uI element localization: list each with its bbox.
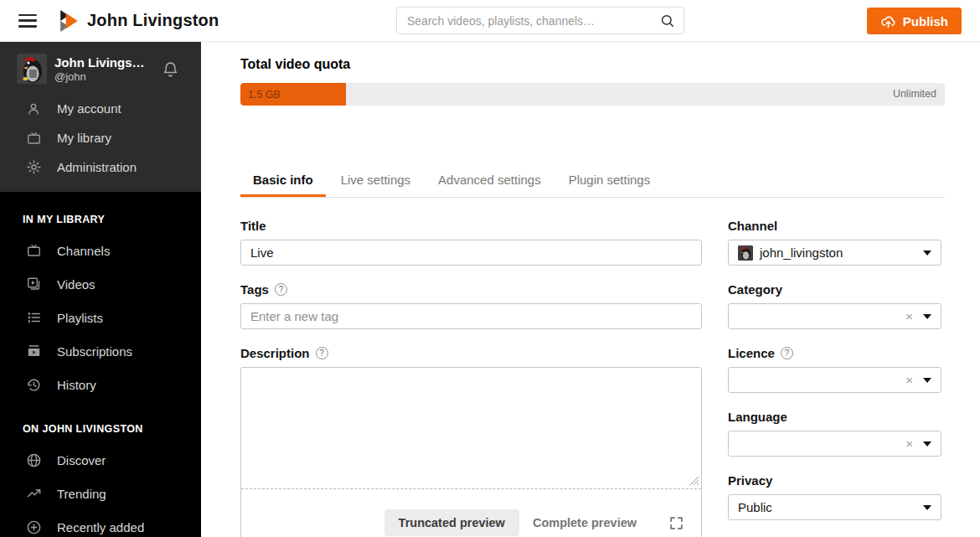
chevron-down-icon (923, 250, 931, 256)
top-bar: John Livingston Publish (0, 0, 980, 42)
quota-progress-bar: 1.5 GB Unlimited (240, 83, 945, 106)
title-input[interactable] (240, 240, 702, 266)
complete-preview-button[interactable]: Complete preview (531, 509, 638, 536)
main-content: Total video quota 1.5 GB Unlimited Basic… (201, 42, 980, 537)
sidebar: John Livings… @john My account (0, 42, 201, 537)
sidebar-item-discover[interactable]: Discover (0, 443, 201, 477)
privacy-select[interactable]: Public (728, 494, 941, 520)
notifications-icon[interactable] (162, 60, 179, 79)
description-label: Description ? (240, 346, 702, 360)
sidebar-item-videos[interactable]: Videos (0, 267, 201, 301)
user-icon (25, 101, 42, 117)
quota-used-label: 1.5 GB (240, 89, 281, 101)
sidebar-item-trending[interactable]: Trending (0, 477, 201, 510)
tags-label: Tags ? (240, 282, 702, 297)
truncated-preview-button[interactable]: Truncated preview (384, 509, 519, 536)
quota-total-label: Unlimited (893, 83, 936, 106)
sidebar-item-channels[interactable]: Channels (0, 234, 201, 267)
channel-avatar (738, 245, 753, 261)
user-handle: @john (54, 70, 145, 83)
sidebar-item-administration[interactable]: Administration (0, 152, 201, 182)
preview-bar: Truncated preview Complete preview (241, 489, 701, 536)
basic-info-form: Title Tags ? Description ? (240, 219, 945, 537)
section-title: IN MY LIBRARY (0, 199, 201, 234)
sidebar-section-instance: ON JOHN LIVINGSTON Discover Trending (0, 401, 201, 537)
gear-icon (25, 159, 42, 176)
quota-title: Total video quota (240, 57, 945, 72)
instance-title[interactable]: John Livingston (87, 11, 219, 30)
sidebar-item-my-library[interactable]: My library (0, 123, 201, 152)
fullscreen-icon[interactable] (668, 515, 684, 531)
search-input[interactable] (397, 14, 660, 28)
description-editor: Truncated preview Complete preview (240, 367, 702, 537)
subscriptions-icon (25, 343, 42, 359)
search-icon[interactable] (660, 13, 683, 28)
chevron-down-icon (923, 314, 931, 319)
licence-label: Licence ? (728, 346, 941, 360)
resize-handle[interactable] (689, 475, 699, 485)
videos-icon (25, 276, 42, 292)
tab-advanced-settings[interactable]: Advanced settings (426, 168, 554, 197)
tab-plugin-settings[interactable]: Plugin settings (556, 168, 663, 197)
privacy-label: Privacy (728, 473, 941, 488)
help-icon[interactable]: ? (275, 283, 287, 296)
history-icon (25, 376, 42, 393)
user-display-name: John Livings… (54, 55, 145, 70)
tab-live-settings[interactable]: Live settings (328, 168, 423, 197)
title-label: Title (240, 219, 702, 233)
sidebar-item-playlists[interactable]: Playlists (0, 301, 201, 334)
menu-icon[interactable] (18, 14, 37, 28)
tv-icon (25, 242, 42, 259)
clear-icon[interactable]: × (905, 374, 913, 386)
chevron-down-icon (923, 441, 931, 447)
language-label: Language (728, 410, 941, 424)
description-textarea[interactable] (241, 368, 701, 488)
plus-circle-icon (25, 519, 42, 535)
sidebar-item-subscriptions[interactable]: Subscriptions (0, 334, 201, 368)
chevron-down-icon (923, 378, 931, 383)
avatar[interactable] (17, 54, 47, 84)
sidebar-item-history[interactable]: History (0, 368, 201, 401)
channel-value: john_livingston (760, 245, 843, 260)
tab-basic-info[interactable]: Basic info (240, 168, 326, 197)
search-bar (396, 7, 684, 34)
tags-input[interactable] (240, 303, 702, 329)
publish-button[interactable]: Publish (867, 8, 962, 34)
category-select[interactable]: × (728, 303, 941, 329)
peertube-logo[interactable] (60, 10, 79, 32)
channel-select[interactable]: john_livingston (728, 240, 941, 266)
sidebar-item-my-account[interactable]: My account (0, 94, 201, 123)
chevron-down-icon (923, 505, 931, 510)
section-title: ON JOHN LIVINGSTON (0, 408, 201, 443)
channel-label: Channel (728, 219, 941, 233)
sidebar-item-recently-added[interactable]: Recently added (0, 510, 201, 537)
user-block[interactable]: John Livings… @john (0, 42, 201, 94)
clear-icon[interactable]: × (905, 310, 913, 323)
tv-icon (25, 130, 42, 147)
trending-icon (25, 485, 42, 502)
language-select[interactable]: × (728, 431, 941, 457)
clear-icon[interactable]: × (905, 437, 913, 450)
settings-tabs: Basic info Live settings Advanced settin… (240, 168, 945, 198)
globe-icon (25, 452, 42, 468)
privacy-value: Public (738, 500, 772, 514)
upload-icon (880, 14, 896, 28)
help-icon[interactable]: ? (316, 347, 328, 359)
playlist-icon (25, 309, 42, 326)
licence-select[interactable]: × (728, 367, 941, 393)
help-icon[interactable]: ? (781, 347, 793, 359)
quota-used-bar: 1.5 GB (240, 83, 346, 106)
sidebar-section-library: IN MY LIBRARY Channels Videos (0, 192, 201, 401)
category-label: Category (728, 282, 941, 297)
